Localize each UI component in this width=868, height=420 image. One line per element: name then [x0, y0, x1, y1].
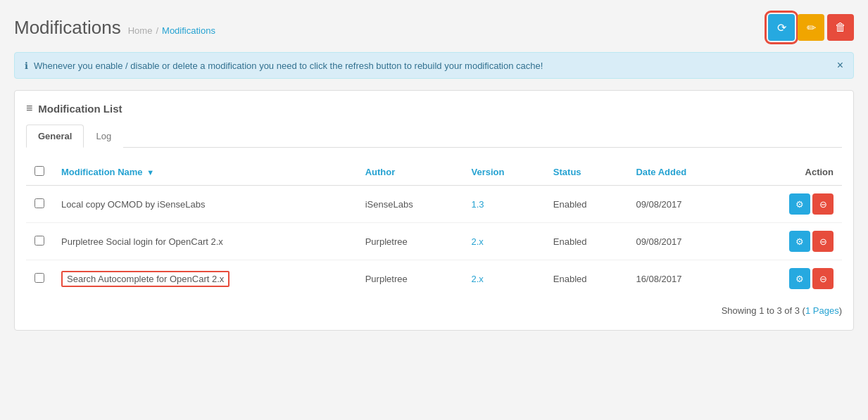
- row-author: iSenseLabs: [357, 186, 463, 223]
- row-checkbox-cell: [26, 186, 53, 223]
- delete-icon: ⊖: [819, 274, 827, 284]
- list-icon: ≡: [26, 102, 32, 115]
- page-title: Modifications: [14, 17, 121, 39]
- row-status: Enabled: [545, 223, 628, 260]
- row-date-added: 09/08/2017: [627, 186, 738, 223]
- select-all-header: [26, 159, 53, 186]
- alert-message: Whenever you enable / disable or delete …: [34, 61, 543, 71]
- row-delete-button-2[interactable]: ⊖: [812, 268, 834, 289]
- delete-icon: ⊖: [819, 199, 827, 210]
- row-link-button-2[interactable]: ⚙: [789, 268, 810, 289]
- row-author: Purpletree: [357, 260, 463, 298]
- row-status: Enabled: [545, 186, 628, 223]
- pencil-icon: ✏: [807, 21, 816, 34]
- card-title: Modification List: [38, 103, 122, 115]
- row-name: Purpletree Social login for OpenCart 2.x: [53, 223, 357, 260]
- row-author: Purpletree: [357, 223, 463, 260]
- row-version: 2.x: [463, 260, 544, 298]
- edit-button[interactable]: ✏: [798, 14, 824, 41]
- row-checkbox-cell: [26, 260, 53, 298]
- table-body: Local copy OCMOD by iSenseLabsiSenseLabs…: [26, 186, 842, 298]
- link-icon: ⚙: [795, 236, 804, 247]
- header-buttons: ⟳ ✏ 🗑: [768, 14, 854, 41]
- table-row: Purpletree Social login for OpenCart 2.x…: [26, 223, 842, 260]
- delete-icon: ⊖: [819, 236, 827, 247]
- select-all-checkbox[interactable]: [34, 166, 44, 176]
- row-version: 2.x: [463, 223, 544, 260]
- col-name[interactable]: Modification Name ▼: [53, 159, 357, 186]
- card-header: ≡ Modification List: [26, 102, 842, 115]
- row-checkbox-0[interactable]: [34, 198, 44, 208]
- table-row: Search Autocomplete for OpenCart 2.xPurp…: [26, 260, 842, 298]
- row-status: Enabled: [545, 260, 628, 298]
- tab-log[interactable]: Log: [84, 125, 123, 148]
- breadcrumb-current[interactable]: Modifications: [162, 25, 215, 36]
- page-header: Modifications Home / Modifications ⟳ ✏ 🗑: [14, 14, 854, 41]
- row-actions: ⚙⊖: [738, 186, 842, 223]
- col-version: Version: [463, 159, 544, 186]
- col-author: Author: [357, 159, 463, 186]
- tab-bar: General Log: [26, 125, 842, 148]
- pagination-info: Showing 1 to 3 of 3 (1 Pages): [26, 297, 842, 319]
- col-status: Status: [545, 159, 628, 186]
- trash-icon: 🗑: [835, 21, 846, 34]
- page-wrapper: Modifications Home / Modifications ⟳ ✏ 🗑…: [0, 0, 868, 420]
- breadcrumb: Home / Modifications: [128, 25, 215, 36]
- row-name: Search Autocomplete for OpenCart 2.x: [53, 260, 357, 298]
- row-date-added: 16/08/2017: [627, 260, 738, 298]
- col-date-added: Date Added: [627, 159, 738, 186]
- col-author-label: Author: [365, 167, 396, 177]
- link-icon: ⚙: [795, 274, 804, 284]
- row-checkbox-cell: [26, 223, 53, 260]
- table-header-row: Modification Name ▼ Author Version Statu…: [26, 159, 842, 186]
- alert-content: ℹ Whenever you enable / disable or delet…: [25, 61, 543, 71]
- page-header-left: Modifications Home / Modifications: [14, 17, 215, 39]
- table-row: Local copy OCMOD by iSenseLabsiSenseLabs…: [26, 186, 842, 223]
- info-icon: ℹ: [25, 61, 28, 71]
- row-link-button-1[interactable]: ⚙: [789, 231, 810, 252]
- row-checkbox-2[interactable]: [34, 273, 44, 283]
- modifications-table: Modification Name ▼ Author Version Statu…: [26, 159, 842, 297]
- row-actions: ⚙⊖: [738, 223, 842, 260]
- refresh-button[interactable]: ⟳: [768, 14, 795, 41]
- alert-close-button[interactable]: ×: [837, 60, 843, 71]
- row-link-button-0[interactable]: ⚙: [789, 193, 810, 215]
- breadcrumb-separator: /: [156, 25, 158, 36]
- row-date-added: 09/08/2017: [627, 223, 738, 260]
- breadcrumb-home[interactable]: Home: [128, 25, 153, 36]
- pagination-text: Showing 1 to 3 of 3 (1 Pages): [722, 305, 842, 316]
- row-name: Local copy OCMOD by iSenseLabs: [53, 186, 357, 223]
- row-name-highlighted: Search Autocomplete for OpenCart 2.x: [61, 271, 229, 287]
- modification-list-card: ≡ Modification List General Log Modifica…: [14, 90, 854, 331]
- col-date-label: Date Added: [636, 167, 686, 177]
- sort-icon: ▼: [146, 168, 154, 177]
- refresh-icon: ⟳: [777, 21, 786, 34]
- alert-banner: ℹ Whenever you enable / disable or delet…: [14, 52, 854, 79]
- row-delete-button-0[interactable]: ⊖: [812, 193, 834, 215]
- col-action-label: Action: [805, 167, 834, 177]
- row-delete-button-1[interactable]: ⊖: [812, 231, 834, 252]
- col-name-label: Modification Name: [61, 167, 143, 177]
- row-checkbox-1[interactable]: [34, 236, 44, 246]
- row-version: 1.3: [463, 186, 544, 223]
- tab-general[interactable]: General: [26, 125, 84, 148]
- col-version-label: Version: [471, 167, 504, 177]
- col-status-label: Status: [553, 167, 581, 177]
- pagination-pages-link[interactable]: 1 Pages: [805, 305, 839, 316]
- delete-button[interactable]: 🗑: [827, 14, 854, 41]
- row-actions: ⚙⊖: [738, 260, 842, 298]
- col-action: Action: [738, 159, 842, 186]
- link-icon: ⚙: [795, 199, 804, 210]
